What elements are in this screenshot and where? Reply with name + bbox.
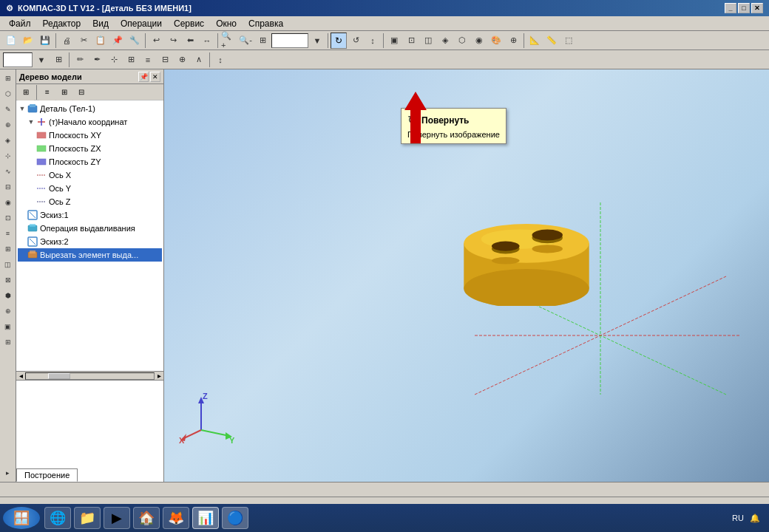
left-icon-9[interactable]: ◉ bbox=[1, 195, 16, 210]
left-icon-7[interactable]: ∿ bbox=[1, 164, 16, 179]
viewport-3d[interactable]: ↻ Повернуть Повернуть изображение bbox=[164, 69, 769, 482]
scale-dropdown[interactable]: ▼ bbox=[33, 52, 50, 68]
left-icon-14[interactable]: ⊠ bbox=[1, 273, 16, 287]
left-icon-15[interactable]: ⬢ bbox=[1, 288, 16, 303]
zoom-value-input[interactable]: 1.0 bbox=[271, 33, 308, 48]
tb-btn-14[interactable]: ⬚ bbox=[560, 33, 577, 49]
maximize-button[interactable]: □ bbox=[738, 3, 750, 13]
tb2-btn-4[interactable]: ⊹ bbox=[106, 52, 122, 68]
left-icon-17[interactable]: ▣ bbox=[1, 319, 16, 334]
tree-item-op[interactable]: Операция выдавливания bbox=[18, 222, 162, 235]
taskbar-ie[interactable]: 🌐 bbox=[44, 507, 71, 529]
menu-window[interactable]: Окно bbox=[210, 17, 243, 30]
tree-item-sketch1[interactable]: Эскиз:1 bbox=[18, 208, 162, 222]
tree-item-xy[interactable]: Плоскость XY bbox=[18, 129, 162, 142]
tb-btn-11[interactable]: ⊕ bbox=[505, 33, 521, 49]
tb-btn-2[interactable]: ✂ bbox=[75, 33, 92, 49]
left-icon-4[interactable]: ⊕ bbox=[1, 117, 16, 132]
tree-item-axis-x[interactable]: Ось X bbox=[18, 168, 162, 182]
tree-view-btn1[interactable]: ≡ bbox=[39, 84, 55, 100]
tree-item-axis-y[interactable]: Ось Y bbox=[18, 182, 162, 195]
left-icon-11[interactable]: ≡ bbox=[1, 226, 16, 241]
taskbar-kompas[interactable]: 🔵 bbox=[222, 507, 248, 529]
minimize-button[interactable]: _ bbox=[725, 3, 736, 13]
left-icon-8[interactable]: ⊟ bbox=[1, 180, 16, 194]
tb-btn-4[interactable]: 📌 bbox=[109, 33, 126, 49]
menu-edit[interactable]: Редактор bbox=[37, 17, 87, 30]
left-icon-13[interactable]: ◫ bbox=[1, 257, 16, 272]
left-icon-5[interactable]: ◈ bbox=[1, 133, 16, 148]
undo-button[interactable]: ↩ bbox=[148, 33, 164, 49]
zoom-in[interactable]: 🔍+ bbox=[220, 33, 237, 49]
left-icon-1[interactable]: ⊞ bbox=[1, 71, 16, 86]
menu-operations[interactable]: Операции bbox=[115, 17, 168, 30]
tb2-btn-10[interactable]: ↕ bbox=[212, 52, 228, 68]
tb-btn-6[interactable]: ⬅ bbox=[182, 33, 198, 49]
print-button[interactable]: 🖨 bbox=[58, 33, 75, 49]
tree-close-button[interactable]: ✕ bbox=[150, 72, 160, 82]
tb2-btn-2[interactable]: ✏ bbox=[72, 52, 88, 68]
start-button[interactable]: 🪟 bbox=[3, 507, 40, 529]
view-top[interactable]: ⊡ bbox=[403, 33, 419, 49]
tb2-btn-6[interactable]: ≡ bbox=[140, 52, 156, 68]
tb2-btn-3[interactable]: ✒ bbox=[89, 52, 105, 68]
tree-item-sketch2[interactable]: Эскиз:2 bbox=[18, 235, 162, 248]
taskbar-firefox[interactable]: 🦊 bbox=[163, 507, 189, 529]
tree-add-btn[interactable]: ⊞ bbox=[18, 84, 34, 100]
menu-service[interactable]: Сервис bbox=[168, 17, 210, 30]
left-icon-10[interactable]: ⊡ bbox=[1, 211, 16, 225]
left-icon-12[interactable]: ⊞ bbox=[1, 242, 16, 256]
tree-view-btn2[interactable]: ⊞ bbox=[56, 84, 72, 100]
tab-build[interactable]: Построение bbox=[16, 468, 78, 482]
taskbar-explorer[interactable]: 📁 bbox=[74, 507, 101, 529]
view-front[interactable]: ▣ bbox=[386, 33, 402, 49]
menu-help[interactable]: Справка bbox=[243, 17, 289, 30]
left-icon-6[interactable]: ⊹ bbox=[1, 149, 16, 163]
left-icon-2[interactable]: ⬡ bbox=[1, 86, 16, 101]
scale-input[interactable]: 1.0 bbox=[3, 52, 33, 67]
hscroll-left[interactable]: ◂ bbox=[16, 372, 25, 381]
tb-btn-9[interactable]: ↕ bbox=[365, 33, 381, 49]
tb2-btn-1[interactable]: ⊞ bbox=[50, 52, 67, 68]
tb-btn-8[interactable]: ↺ bbox=[348, 33, 364, 49]
rotate-button[interactable]: ↻ bbox=[331, 33, 347, 49]
save-button[interactable]: 💾 bbox=[37, 33, 53, 49]
tree-item-zx[interactable]: Плоскость ZX bbox=[18, 142, 162, 155]
tb-btn-12[interactable]: 📐 bbox=[526, 33, 543, 49]
redo-button[interactable]: ↪ bbox=[165, 33, 181, 49]
menu-view[interactable]: Вид bbox=[87, 17, 115, 30]
tree-view-btn3[interactable]: ⊟ bbox=[73, 84, 89, 100]
tree-horizontal-scroll[interactable] bbox=[25, 372, 155, 380]
left-icon-arrow[interactable]: ▸ bbox=[1, 466, 16, 480]
view-iso[interactable]: ◈ bbox=[437, 33, 453, 49]
zoom-out[interactable]: 🔍- bbox=[237, 33, 254, 49]
tree-item-part[interactable]: ▼ Деталь (Тел-1) bbox=[18, 102, 162, 115]
zoom-all[interactable]: ⊞ bbox=[254, 33, 271, 49]
tree-scroll-thumb[interactable] bbox=[48, 373, 70, 379]
view-right[interactable]: ◫ bbox=[420, 33, 436, 49]
tb-btn-13[interactable]: 📏 bbox=[543, 33, 560, 49]
new-button[interactable]: 📄 bbox=[3, 33, 19, 49]
tree-pin-button[interactable]: 📌 bbox=[138, 72, 149, 82]
menu-file[interactable]: Файл bbox=[3, 17, 37, 30]
tb-btn-10[interactable]: 🎨 bbox=[488, 33, 504, 49]
tb2-btn-5[interactable]: ⊞ bbox=[123, 52, 139, 68]
tb-btn-5[interactable]: 🔧 bbox=[126, 33, 143, 49]
tree-item-axis-z[interactable]: Ось Z bbox=[18, 195, 162, 208]
taskbar-home[interactable]: 🏠 bbox=[133, 507, 160, 529]
taskbar-media[interactable]: ▶ bbox=[104, 507, 130, 529]
hscroll-right[interactable]: ▸ bbox=[155, 372, 163, 381]
left-icon-18[interactable]: ⊞ bbox=[1, 335, 16, 349]
tb2-btn-9[interactable]: ∧ bbox=[191, 52, 207, 68]
close-button[interactable]: ✕ bbox=[751, 3, 763, 13]
tb2-btn-7[interactable]: ⊟ bbox=[157, 52, 173, 68]
zoom-dropdown[interactable]: ▼ bbox=[309, 33, 325, 49]
tree-item-origin[interactable]: ▼ (т)Начало координат bbox=[18, 115, 162, 129]
tb2-btn-8[interactable]: ⊕ bbox=[174, 52, 190, 68]
taskbar-presentation[interactable]: 📊 bbox=[192, 507, 219, 529]
tb-btn-7[interactable]: ↔ bbox=[199, 33, 215, 49]
view-shade[interactable]: ◉ bbox=[471, 33, 487, 49]
tree-item-cut[interactable]: Вырезать элемент выда... bbox=[18, 248, 162, 262]
view-wire[interactable]: ⬡ bbox=[454, 33, 470, 49]
left-icon-16[interactable]: ⊕ bbox=[1, 304, 16, 318]
